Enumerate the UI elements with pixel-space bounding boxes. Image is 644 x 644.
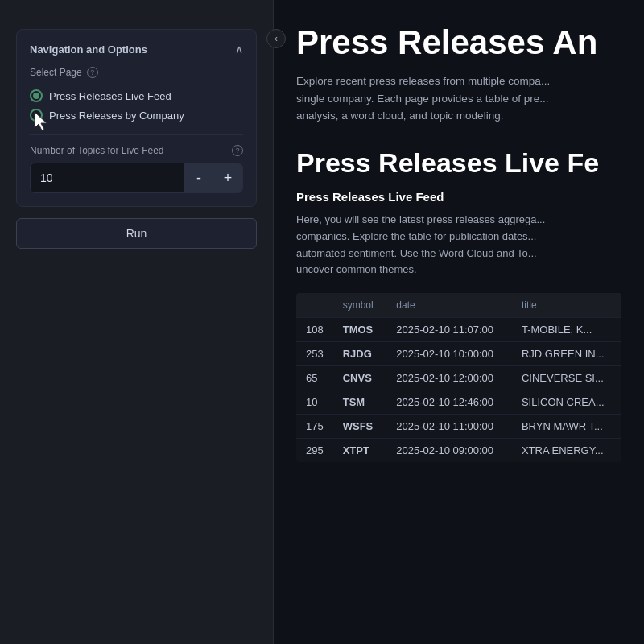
- radio-live-feed[interactable]: Press Releases Live Feed: [30, 86, 243, 105]
- table-row[interactable]: 10 TSM 2025-02-10 12:46:00 SILICON CREA.…: [296, 390, 621, 415]
- cell-title: XTRA ENERGY...: [512, 439, 621, 463]
- select-page-help-icon[interactable]: ?: [87, 67, 98, 78]
- subsection-heading: Press Releases Live Feed: [296, 190, 621, 204]
- cell-date: 2025-02-10 12:00:00: [386, 366, 512, 390]
- cell-title: T-MOBILE, K...: [512, 318, 621, 342]
- divider: [30, 134, 243, 135]
- radio-dot-by-company: [30, 109, 43, 122]
- cell-date: 2025-02-10 09:00:00: [386, 439, 512, 463]
- table-row[interactable]: 65 CNVS 2025-02-10 12:00:00 CINEVERSE SI…: [296, 366, 621, 390]
- topics-control: 10 - +: [30, 163, 243, 193]
- topics-increment-button[interactable]: +: [213, 163, 242, 192]
- cell-date: 2025-02-10 12:46:00: [386, 390, 512, 415]
- live-feed-heading: Press Releases Live Fe: [296, 147, 621, 179]
- col-header-date: date: [386, 293, 512, 318]
- cell-symbol: TMOS: [333, 318, 387, 342]
- radio-by-company[interactable]: Press Releases by Company: [30, 105, 243, 125]
- cell-symbol: RJDG: [333, 342, 387, 366]
- table-row[interactable]: 108 TMOS 2025-02-10 11:07:00 T-MOBILE, K…: [296, 318, 621, 342]
- topics-label: Number of Topics for Live Feed ?: [30, 145, 243, 156]
- cell-symbol: TSM: [333, 390, 387, 415]
- col-header-num: [296, 293, 333, 318]
- table-row[interactable]: 175 WSFS 2025-02-10 11:00:00 BRYN MAWR T…: [296, 415, 621, 439]
- cell-title: RJD GREEN IN...: [512, 342, 621, 366]
- table-header-row: symbol date title: [296, 293, 621, 318]
- cell-num: 108: [296, 318, 333, 342]
- table-row[interactable]: 253 RJDG 2025-02-10 10:00:00 RJD GREEN I…: [296, 342, 621, 366]
- cell-symbol: CNVS: [333, 366, 387, 390]
- page-description: Explore recent press releases from multi…: [296, 72, 621, 125]
- page-title: Press Releases An: [296, 24, 621, 61]
- topics-decrement-button[interactable]: -: [184, 163, 213, 192]
- section-header: Navigation and Options ∧: [30, 43, 243, 56]
- collapse-section-icon[interactable]: ∧: [235, 43, 243, 56]
- select-page-label: Select Page ?: [30, 67, 243, 78]
- nav-options-section: Navigation and Options ∧ Select Page ? P…: [16, 29, 257, 207]
- cell-date: 2025-02-10 11:07:00: [386, 318, 512, 342]
- topics-help-icon[interactable]: ?: [232, 145, 243, 156]
- col-header-title: title: [512, 293, 621, 318]
- topics-value: 10: [31, 165, 184, 191]
- cell-num: 175: [296, 415, 333, 439]
- radio-dot-live-feed: [30, 89, 43, 102]
- cell-num: 253: [296, 342, 333, 366]
- cell-date: 2025-02-10 11:00:00: [386, 415, 512, 439]
- section-title: Navigation and Options: [30, 43, 147, 56]
- collapse-button[interactable]: ‹: [266, 29, 286, 48]
- cell-title: BRYN MAWR T...: [512, 415, 621, 439]
- sidebar: ‹ Navigation and Options ∧ Select Page ?…: [0, 0, 274, 644]
- table-row[interactable]: 295 XTPT 2025-02-10 09:00:00 XTRA ENERGY…: [296, 439, 621, 463]
- table-body: 108 TMOS 2025-02-10 11:07:00 T-MOBILE, K…: [296, 318, 621, 463]
- cell-num: 10: [296, 390, 333, 415]
- col-header-symbol: symbol: [333, 293, 387, 318]
- cell-title: CINEVERSE SI...: [512, 366, 621, 390]
- run-button[interactable]: Run: [16, 218, 257, 249]
- main-content: Press Releases An Explore recent press r…: [274, 0, 644, 644]
- cell-num: 65: [296, 366, 333, 390]
- press-releases-table: symbol date title 108 TMOS 2025-02-10 11…: [296, 293, 621, 462]
- feed-description: Here, you will see the latest press rele…: [296, 212, 621, 279]
- cell-title: SILICON CREA...: [512, 390, 621, 415]
- cell-symbol: WSFS: [333, 415, 387, 439]
- cell-symbol: XTPT: [333, 439, 387, 463]
- cell-num: 295: [296, 439, 333, 463]
- cell-date: 2025-02-10 10:00:00: [386, 342, 512, 366]
